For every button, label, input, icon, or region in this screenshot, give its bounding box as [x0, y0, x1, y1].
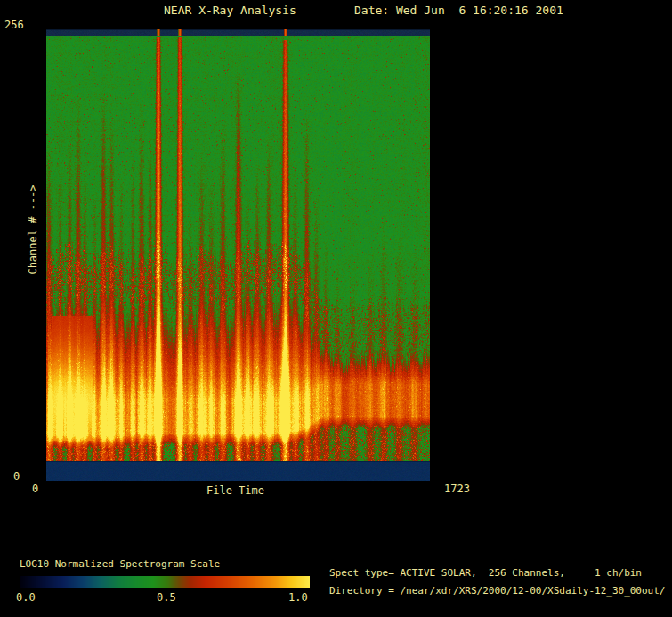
x-axis-title: File Time — [206, 485, 264, 496]
colorbar-title: LOG10 Normalized Spectrogram Scale — [20, 559, 220, 569]
date-label: Date: Wed Jun 6 16:20:16 2001 — [354, 4, 563, 16]
y-axis-max-tick: 256 — [4, 20, 24, 30]
colorbar-tick-min: 0.0 — [16, 592, 36, 603]
y-axis-min-tick: 0 — [13, 471, 20, 482]
xray-analysis-window: { "header": { "title": "NEAR X-Ray Analy… — [0, 0, 672, 617]
page-title: NEAR X-Ray Analysis — [164, 4, 296, 16]
colorbar-gradient — [20, 576, 310, 588]
x-axis-max-tick: 1723 — [444, 483, 470, 494]
colorbar-tick-mid: 0.5 — [157, 592, 176, 603]
spect-type-info: Spect type= ACTIVE SOLAR, 256 Channels, … — [329, 568, 642, 578]
directory-info: Directory = /near/xdr/XRS/2000/12-00/XSd… — [329, 586, 666, 596]
spectrogram-canvas — [46, 29, 430, 481]
x-axis-min-tick: 0 — [32, 483, 38, 494]
colorbar-tick-max: 1.0 — [288, 592, 308, 603]
y-axis-title: Channel # ---> — [28, 184, 38, 274]
